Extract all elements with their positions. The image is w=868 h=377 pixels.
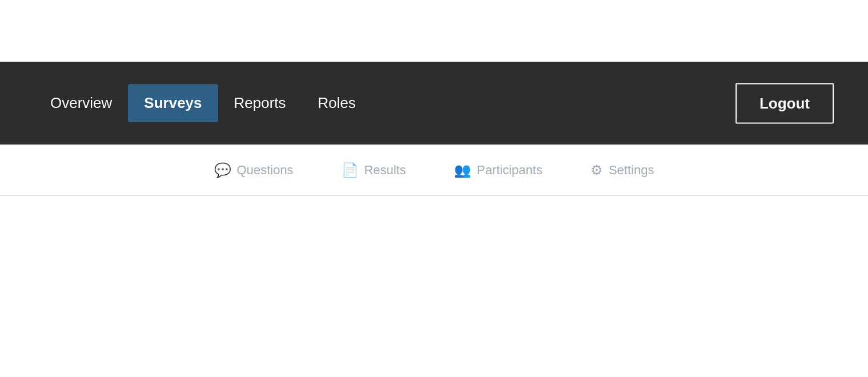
- secondary-nav-item-participants[interactable]: 👥 Participants: [447, 158, 549, 183]
- participants-icon: 👥: [454, 162, 471, 178]
- participants-label: Participants: [477, 163, 542, 178]
- results-icon: 📄: [341, 162, 359, 178]
- nav-label-surveys: Surveys: [144, 94, 202, 111]
- nav-label-overview: Overview: [50, 94, 112, 111]
- nav-item-roles[interactable]: Roles: [302, 84, 372, 122]
- top-spacer: [0, 0, 868, 62]
- secondary-nav-item-settings[interactable]: ⚙ Settings: [584, 158, 661, 183]
- nav-items-container: Overview Surveys Reports Roles: [34, 84, 834, 122]
- logout-button[interactable]: Logout: [736, 83, 834, 123]
- secondary-nav-item-results[interactable]: 📄 Results: [335, 158, 413, 183]
- secondary-nav-item-questions[interactable]: 💬 Questions: [207, 158, 300, 183]
- results-label: Results: [364, 163, 406, 178]
- nav-label-roles: Roles: [318, 94, 356, 111]
- main-content-area: [0, 196, 868, 377]
- nav-item-reports[interactable]: Reports: [218, 84, 302, 122]
- nav-item-overview[interactable]: Overview: [34, 84, 128, 122]
- settings-label: Settings: [609, 163, 654, 178]
- questions-label: Questions: [237, 163, 294, 178]
- nav-item-surveys[interactable]: Surveys: [128, 84, 218, 122]
- settings-icon: ⚙: [590, 162, 603, 178]
- secondary-navigation: 💬 Questions 📄 Results 👥 Participants ⚙ S…: [0, 145, 868, 196]
- questions-icon: 💬: [214, 162, 231, 178]
- nav-label-reports: Reports: [234, 94, 286, 111]
- main-navigation: Overview Surveys Reports Roles Logout: [0, 62, 868, 145]
